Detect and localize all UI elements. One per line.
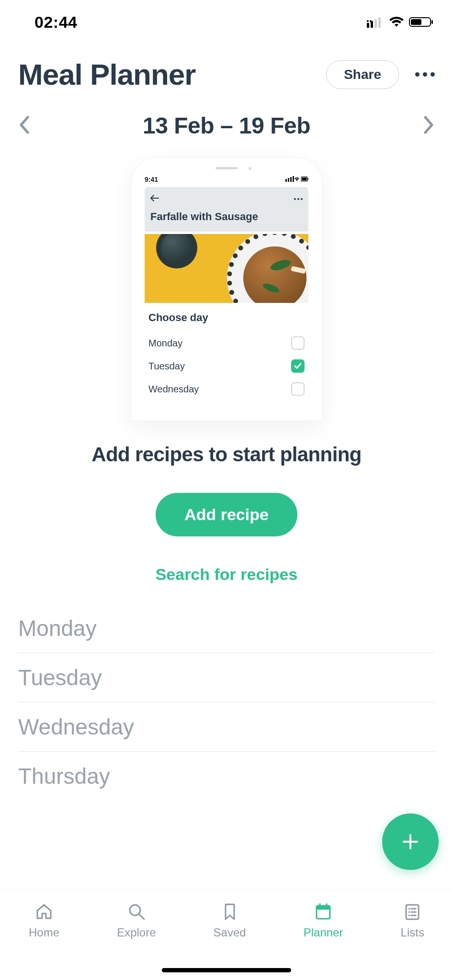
- tab-home[interactable]: Home: [29, 901, 59, 980]
- checkbox-checked-icon: [291, 359, 305, 373]
- week-day-list: Monday Tuesday Wednesday Thursday: [0, 615, 453, 801]
- svg-point-4: [367, 20, 369, 22]
- onboarding-illustration: 9:41 Farfall: [0, 153, 453, 421]
- tab-label: Planner: [304, 926, 343, 939]
- tab-planner[interactable]: Planner: [304, 901, 343, 980]
- day-row-wednesday[interactable]: Wednesday: [18, 702, 435, 752]
- svg-rect-3: [378, 17, 381, 28]
- svg-rect-14: [302, 178, 307, 181]
- svg-rect-10: [288, 178, 289, 182]
- svg-rect-8: [431, 20, 433, 24]
- wifi-icon: [389, 16, 404, 28]
- date-range-label: 13 Feb – 19 Feb: [143, 112, 310, 139]
- illustration-phone-frame: 9:41 Farfall: [131, 157, 322, 421]
- illustration-phone-indicators: [285, 176, 308, 183]
- share-button[interactable]: Share: [326, 60, 399, 89]
- svg-rect-12: [293, 176, 294, 182]
- checkbox-empty-icon: [291, 336, 305, 350]
- search-icon: [126, 901, 147, 922]
- header-actions: Share: [326, 60, 435, 89]
- illustration-recipe-topbar: Farfalle with Sausage: [145, 187, 308, 232]
- tab-label: Home: [29, 926, 59, 939]
- cellular-signal-icon: [367, 16, 384, 28]
- svg-point-5: [370, 20, 372, 22]
- plus-icon: [400, 831, 421, 852]
- illustration-more-icon: [294, 198, 303, 200]
- illustration-phone-time: 9:41: [145, 176, 158, 183]
- date-navigation: 13 Feb – 19 Feb: [0, 98, 453, 153]
- svg-rect-0: [367, 23, 369, 28]
- illustration-day-tuesday: Tuesday: [148, 355, 305, 378]
- illustration-phone-statusbar: 9:41: [145, 176, 308, 183]
- svg-rect-9: [285, 179, 287, 182]
- illustration-day-monday: Monday: [148, 332, 305, 355]
- search-recipes-link[interactable]: Search for recipes: [0, 565, 453, 584]
- day-row-tuesday[interactable]: Tuesday: [18, 653, 435, 702]
- calendar-icon: [313, 901, 334, 922]
- status-icons: [367, 16, 434, 28]
- svg-rect-18: [317, 906, 330, 910]
- illustration-food-image: [145, 234, 308, 303]
- empty-state-heading: Add recipes to start planning: [0, 443, 453, 466]
- page-title: Meal Planner: [18, 57, 195, 91]
- svg-rect-1: [371, 21, 373, 28]
- add-fab-button[interactable]: [382, 813, 439, 870]
- illustration-recipe-title: Farfalle with Sausage: [150, 211, 303, 223]
- svg-rect-7: [411, 19, 421, 25]
- bookmark-icon: [219, 901, 240, 922]
- illustration-back-icon: [150, 194, 159, 204]
- app-header: Meal Planner Share: [0, 38, 453, 98]
- tab-label: Explore: [117, 926, 156, 939]
- svg-rect-11: [290, 177, 292, 182]
- previous-week-icon[interactable]: [16, 113, 34, 138]
- day-row-monday[interactable]: Monday: [18, 615, 435, 653]
- battery-icon: [409, 16, 434, 28]
- bottom-tab-bar: Home Explore Saved Planner Lists: [0, 889, 453, 980]
- svg-rect-2: [374, 19, 377, 28]
- add-recipe-button[interactable]: Add recipe: [156, 493, 297, 536]
- device-status-bar: 02:44: [0, 0, 453, 38]
- illustration-choose-day-sheet: Choose day Monday Tuesday Wednesday: [145, 303, 308, 401]
- more-options-icon[interactable]: [415, 72, 435, 77]
- home-icon: [34, 901, 55, 922]
- status-time: 02:44: [34, 13, 77, 32]
- illustration-choose-day-title: Choose day: [148, 312, 305, 324]
- tab-label: Lists: [401, 926, 424, 939]
- next-week-icon[interactable]: [419, 113, 437, 138]
- day-row-thursday[interactable]: Thursday: [18, 752, 435, 801]
- svg-point-16: [130, 905, 140, 915]
- tab-explore[interactable]: Explore: [117, 901, 156, 980]
- list-icon: [402, 901, 423, 922]
- home-indicator: [162, 968, 291, 972]
- tab-label: Saved: [214, 926, 246, 939]
- svg-rect-15: [308, 178, 309, 180]
- tab-lists[interactable]: Lists: [401, 901, 424, 980]
